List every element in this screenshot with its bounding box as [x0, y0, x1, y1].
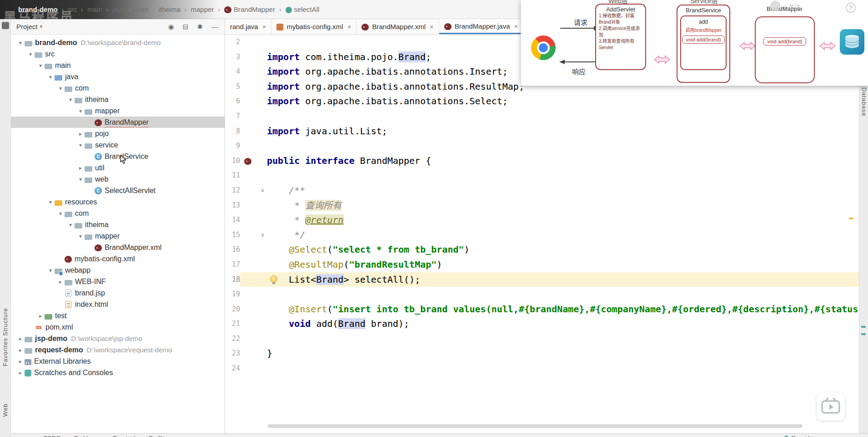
expand-arrow-icon[interactable]: ▾ [56, 210, 65, 217]
locate-icon[interactable]: ◉ [168, 23, 174, 30]
tree-item[interactable]: ▸jsp-demoD:\workspace\jsp-demo [11, 333, 225, 344]
expand-arrow-icon[interactable]: ▾ [16, 40, 25, 46]
code-line[interactable]: 18 List<Brand> selectAll(); [225, 272, 859, 287]
tree-item[interactable]: ▾java [11, 71, 225, 82]
breadcrumb-item[interactable]: itheima [158, 5, 180, 13]
tree-item[interactable]: ▾service [11, 139, 225, 151]
breadcrumb-item[interactable]: brand-demo [18, 5, 58, 13]
breadcrumb-item[interactable]: main [87, 5, 102, 13]
expand-arrow-icon[interactable]: ▸ [16, 358, 25, 365]
code-line[interactable]: 23} [225, 346, 859, 361]
info-stripe-mark[interactable] [861, 333, 866, 335]
close-icon[interactable]: × [347, 23, 351, 30]
expand-arrow-icon[interactable]: ▾ [66, 222, 75, 228]
code-line[interactable]: 19 [225, 287, 859, 302]
tree-item[interactable]: ▸test [11, 310, 225, 321]
collapse-all-icon[interactable]: ⊟ [183, 23, 189, 30]
tree-item[interactable]: ▾com [11, 82, 225, 94]
tree-item[interactable]: pom.xml [11, 321, 225, 333]
horizontal-scrollbar[interactable] [268, 424, 803, 428]
code-line[interactable]: 6import org.apache.ibatis.annotations.Se… [225, 94, 859, 109]
line-number[interactable]: 2 [225, 35, 240, 50]
status-bar-item[interactable]: Terminal [113, 435, 135, 437]
warning-stripe-mark[interactable] [849, 218, 853, 219]
tree-item[interactable]: ▾itheima [11, 94, 225, 105]
tool-button-favorites[interactable]: Favorites [2, 338, 9, 366]
line-number[interactable]: 4 [225, 64, 240, 79]
code-line[interactable]: 17 @ResultMap("brandResultMap") [225, 257, 859, 272]
status-event-log[interactable]: Event Log [784, 435, 818, 437]
tree-item[interactable]: ▸request-demoD:\workspace\request-demo [11, 344, 225, 356]
line-number[interactable]: 11 [225, 168, 240, 183]
expand-arrow-icon[interactable]: ▾ [46, 267, 55, 274]
line-number[interactable]: 10 [225, 153, 240, 168]
fold-icon[interactable]: ∨ [261, 228, 265, 243]
tree-item[interactable]: ▾webapp [11, 264, 225, 276]
tree-item[interactable]: BrandMapper [11, 117, 225, 128]
line-number[interactable]: 17 [225, 257, 240, 272]
tree-item[interactable]: ▾src [11, 48, 225, 60]
tool-button-database[interactable]: Database [861, 87, 868, 117]
line-number[interactable]: 7 [225, 109, 240, 124]
expand-arrow-icon[interactable]: ▾ [46, 74, 55, 80]
tree-item[interactable]: ▾mapper [11, 105, 225, 117]
tree-item[interactable]: ▾web [11, 173, 225, 185]
code-line[interactable]: 7 [225, 109, 859, 124]
tree-item[interactable]: ▾com [11, 208, 225, 219]
expand-arrow-icon[interactable]: ▾ [76, 233, 85, 239]
code-line[interactable]: 11 [225, 168, 859, 183]
expand-arrow-icon[interactable]: ▾ [76, 142, 85, 148]
editor-tab[interactable]: mybatis-config.xml× [271, 19, 356, 34]
breadcrumb-item[interactable]: mapper [191, 5, 214, 13]
line-number[interactable]: 5 [225, 79, 240, 94]
line-number[interactable]: 22 [225, 331, 240, 346]
tree-item[interactable]: ▸Scratches and Consoles [11, 367, 225, 378]
settings-icon[interactable]: ✱ [197, 23, 203, 30]
tool-button-structure[interactable]: Structure [2, 308, 9, 336]
close-icon[interactable]: × [430, 23, 434, 30]
line-number[interactable]: 20 [225, 302, 240, 317]
code-line[interactable]: 13 * 查询所有 [225, 198, 859, 213]
tree-item[interactable]: ▾resources [11, 196, 225, 208]
status-bar-item[interactable]: Profiler [149, 435, 167, 437]
expand-arrow-icon[interactable]: ▸ [36, 313, 45, 319]
line-number[interactable]: 19 [225, 287, 240, 302]
expand-arrow-icon[interactable]: ▾ [76, 108, 85, 114]
line-number[interactable]: 24 [225, 361, 240, 376]
project-tool-button[interactable] [2, 22, 9, 29]
editor-tab[interactable]: BrandMapper.xml× [356, 19, 439, 34]
line-number[interactable]: 8 [225, 124, 240, 139]
close-icon[interactable]: × [514, 22, 518, 30]
uploader-avatar[interactable] [770, 1, 780, 11]
code-line[interactable]: 10public interface BrandMapper { [225, 153, 859, 168]
expand-arrow-icon[interactable]: ▾ [56, 85, 65, 91]
code-line[interactable]: 16 @Select("select * from tb_brand") [225, 242, 859, 257]
breadcrumb-item[interactable]: BrandMapper [224, 5, 275, 13]
expand-arrow-icon[interactable]: ▸ [56, 279, 65, 285]
expand-arrow-icon[interactable]: ▾ [46, 199, 55, 205]
tree-item[interactable]: BrandMapper.xml [11, 242, 225, 253]
panel-splitter[interactable] [225, 19, 225, 433]
fold-icon[interactable]: ∨ [261, 183, 265, 198]
line-number[interactable]: 18 [225, 272, 240, 287]
intention-bulb-icon[interactable] [270, 275, 277, 283]
editor[interactable]: 23import com.itheima.pojo.Brand;4import … [225, 35, 859, 433]
code-line[interactable]: 9 [225, 138, 859, 153]
tree-item[interactable]: ▸pojo [11, 128, 225, 139]
expand-arrow-icon[interactable]: ▾ [36, 62, 45, 69]
editor-tab[interactable]: BrandMapper.java× [439, 19, 524, 34]
tree-item[interactable]: ▾main [11, 60, 225, 71]
code-line[interactable]: 15∨ */ [225, 228, 859, 243]
tree-item[interactable]: ▸External Libraries [11, 356, 225, 367]
line-number[interactable]: 15 [225, 228, 240, 243]
tree-item[interactable]: SelectAllServlet [11, 185, 225, 196]
expand-arrow-icon[interactable]: ▸ [16, 370, 25, 376]
breadcrumb-item[interactable]: src [68, 5, 77, 13]
project-tree[interactable]: ▾brand-demoD:\workspace\brand-demo▾src▾m… [11, 35, 225, 433]
breadcrumb-item[interactable]: selectAll [286, 5, 320, 13]
line-number[interactable]: 13 [225, 198, 240, 213]
tree-item[interactable]: ▾brand-demoD:\workspace\brand-demo [11, 37, 225, 48]
code-line[interactable]: 14 * @return [225, 213, 859, 228]
tree-item[interactable]: ▾mapper [11, 230, 225, 242]
line-number[interactable]: 6 [225, 94, 240, 109]
